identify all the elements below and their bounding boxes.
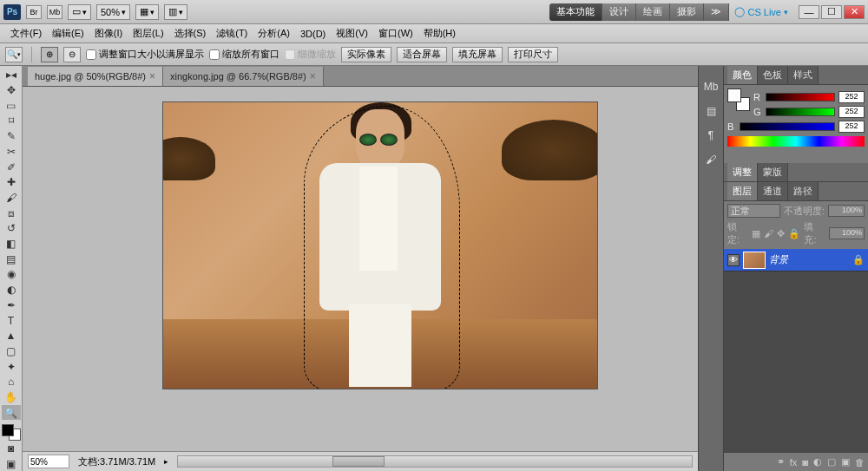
workspace-essentials[interactable]: 基本功能	[549, 3, 602, 21]
tab-styles[interactable]: 样式	[788, 66, 819, 84]
path-select-tool[interactable]: ▲	[2, 329, 21, 343]
blur-tool[interactable]: ◉	[2, 267, 21, 282]
canvas[interactable]	[163, 102, 597, 389]
lock-trans-icon[interactable]: ▦	[752, 228, 760, 239]
3d-tool[interactable]: ✦	[2, 359, 21, 374]
tab-adjustments[interactable]: 调整	[727, 163, 758, 181]
menu-analysis[interactable]: 分析(A)	[253, 25, 295, 42]
history-brush-tool[interactable]: ↺	[2, 221, 21, 236]
layer-thumb[interactable]	[743, 252, 766, 269]
close-icon[interactable]: ×	[149, 70, 155, 82]
doc-tab-xingkong[interactable]: xingkong.jpg @ 66.7%(RGB/8#)×	[163, 67, 324, 86]
tab-paths[interactable]: 路径	[788, 182, 819, 200]
mask-icon[interactable]: ◙	[802, 457, 808, 468]
cslive-button[interactable]: ◯ CS Live ▾	[729, 6, 793, 17]
layer-row[interactable]: 👁 背景 🔒	[724, 249, 868, 271]
type-tool[interactable]: T	[2, 313, 21, 328]
color-ramp[interactable]	[727, 136, 865, 147]
menu-image[interactable]: 图像(I)	[89, 25, 128, 42]
quick-select-tool[interactable]: ✎	[2, 129, 21, 144]
minibridge-icon[interactable]: Mb	[47, 5, 62, 19]
menu-edit[interactable]: 编辑(E)	[47, 25, 89, 42]
g-slider[interactable]	[766, 108, 835, 116]
zoom-out-icon[interactable]: ⊖	[63, 47, 81, 62]
zoom-all-checkbox[interactable]: 缩放所有窗口	[209, 48, 279, 61]
print-size-button[interactable]: 打印尺寸	[508, 47, 558, 62]
fit-screen-button[interactable]: 适合屏幕	[397, 47, 447, 62]
opacity-value[interactable]: 100%	[828, 205, 865, 217]
lock-pos-icon[interactable]: ✥	[777, 228, 785, 239]
eraser-tool[interactable]: ◧	[2, 237, 21, 252]
b-value[interactable]: 252	[838, 121, 865, 133]
doc-tab-huge[interactable]: huge.jpg @ 50%(RGB/8#)×	[28, 67, 163, 86]
new-layer-icon[interactable]: ▣	[841, 456, 850, 468]
color-swatches[interactable]	[2, 424, 21, 440]
r-slider[interactable]	[766, 93, 835, 101]
layer-name[interactable]: 背景	[769, 253, 788, 266]
workspace-photography[interactable]: 摄影	[670, 3, 704, 21]
menu-view[interactable]: 视图(V)	[331, 25, 373, 42]
panel-color-swatch[interactable]	[727, 88, 750, 111]
g-value[interactable]: 252	[838, 106, 865, 118]
doc-info-menu[interactable]: ▸	[164, 457, 168, 466]
horizontal-scrollbar[interactable]	[177, 455, 693, 468]
tab-layers[interactable]: 图层	[727, 182, 758, 200]
fill-value[interactable]: 100%	[829, 227, 865, 239]
hand-tool[interactable]: ✋	[2, 390, 21, 405]
tab-masks[interactable]: 蒙版	[758, 163, 788, 181]
tool-preset-icon[interactable]: 🔍 ▾	[5, 47, 23, 62]
fill-screen-button[interactable]: 填充屏幕	[452, 47, 503, 62]
actual-pixels-button[interactable]: 实际像素	[341, 47, 391, 62]
crop-tool[interactable]: ✂	[2, 145, 21, 160]
menu-file[interactable]: 文件(F)	[5, 25, 47, 42]
minimize-button[interactable]: —	[799, 5, 819, 19]
screenmode-icon[interactable]: ▣	[2, 456, 21, 471]
tab-color[interactable]: 颜色	[727, 66, 758, 84]
workspace-more[interactable]: ≫	[704, 3, 729, 21]
move-tool[interactable]: ✥	[2, 83, 21, 98]
tab-swatches[interactable]: 色板	[758, 66, 788, 84]
menu-help[interactable]: 帮助(H)	[418, 25, 461, 42]
canvas-viewport[interactable]	[23, 87, 698, 451]
lock-all-icon[interactable]: 🔒	[788, 228, 800, 239]
close-icon[interactable]: ×	[310, 70, 316, 82]
collapse-icon[interactable]: ▸◂	[2, 68, 21, 82]
marquee-tool[interactable]: ▭	[2, 98, 21, 113]
3d-camera-tool[interactable]: ⌂	[2, 375, 21, 389]
layer-list[interactable]: 👁 背景 🔒	[724, 249, 868, 452]
zoom-tool[interactable]: 🔍	[2, 405, 21, 420]
healing-tool[interactable]: ✚	[2, 175, 21, 190]
eyedropper-tool[interactable]: ✐	[2, 160, 21, 174]
zoom-input[interactable]	[28, 455, 69, 468]
menu-window[interactable]: 窗口(W)	[373, 25, 418, 42]
tab-channels[interactable]: 通道	[758, 182, 788, 200]
resize-window-checkbox[interactable]: 调整窗口大小以满屏显示	[86, 48, 204, 61]
brush-dock-icon[interactable]: 🖌	[702, 151, 720, 168]
trash-icon[interactable]: 🗑	[855, 457, 865, 468]
scrubby-zoom-checkbox[interactable]: 细微缩放	[285, 48, 336, 61]
foreground-color[interactable]	[2, 424, 14, 436]
gradient-tool[interactable]: ▤	[2, 252, 21, 266]
stamp-tool[interactable]: ⧈	[2, 206, 21, 220]
menu-3d[interactable]: 3D(D)	[295, 27, 331, 41]
visibility-icon[interactable]: 👁	[727, 254, 740, 266]
bridge-icon[interactable]: Br	[26, 5, 42, 19]
view-extras-select[interactable]: ▦ ▾	[135, 4, 159, 20]
workspace-design[interactable]: 设计	[602, 3, 636, 21]
lasso-tool[interactable]: ⌑	[2, 114, 21, 128]
minibridge-dock-icon[interactable]: Mb	[702, 78, 720, 95]
arrange-docs-select[interactable]: ▥ ▾	[164, 4, 187, 20]
fx-icon[interactable]: fx	[790, 457, 798, 468]
history-dock-icon[interactable]: ▤	[702, 102, 720, 120]
menu-select[interactable]: 选择(S)	[169, 25, 212, 42]
workspace-painting[interactable]: 绘画	[636, 3, 670, 21]
r-value[interactable]: 252	[838, 91, 865, 103]
menu-filter[interactable]: 滤镜(T)	[211, 25, 253, 42]
dodge-tool[interactable]: ◐	[2, 283, 21, 298]
maximize-button[interactable]: ☐	[821, 5, 842, 19]
adjust-icon[interactable]: ◐	[813, 456, 822, 468]
brush-tool[interactable]: 🖌	[2, 191, 21, 206]
close-button[interactable]: ✕	[844, 5, 865, 19]
zoom-level-select[interactable]: 50% ▾	[96, 4, 130, 20]
pen-tool[interactable]: ✒	[2, 298, 21, 313]
